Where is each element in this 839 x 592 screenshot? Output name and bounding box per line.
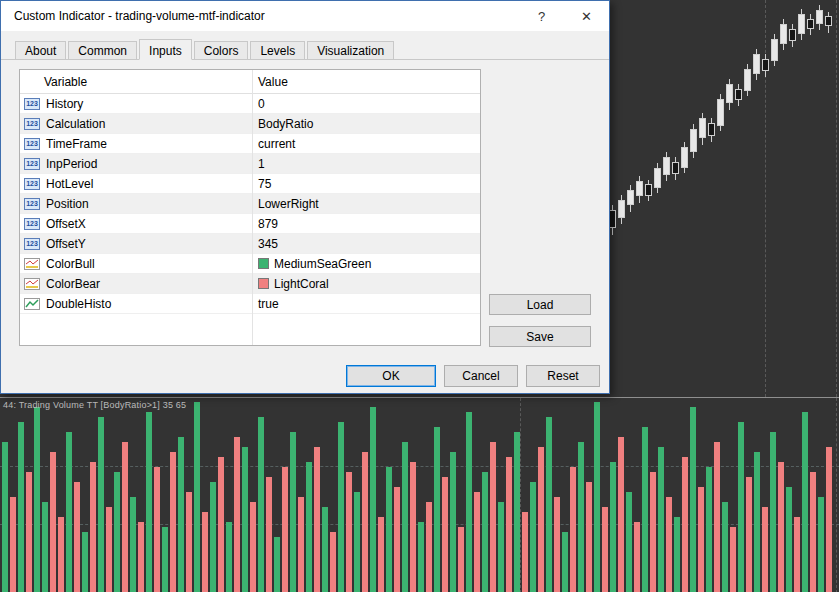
value-text: BodyRatio xyxy=(258,117,313,131)
volume-bar xyxy=(346,472,352,592)
tab-levels[interactable]: Levels xyxy=(250,41,305,60)
volume-bar xyxy=(770,432,776,592)
candle-body xyxy=(699,118,706,138)
value-cell[interactable]: MediumSeaGreen xyxy=(252,257,480,271)
candle-body xyxy=(690,129,697,152)
reset-button[interactable]: Reset xyxy=(526,365,600,387)
volume-bar xyxy=(18,422,24,592)
value-text: MediumSeaGreen xyxy=(274,257,371,271)
volume-bar xyxy=(74,482,80,592)
value-cell[interactable]: 879 xyxy=(252,217,480,231)
numeric-123-icon: 123 xyxy=(24,178,40,190)
table-row[interactable]: ColorBearLightCoral xyxy=(20,274,480,294)
tab-inputs[interactable]: Inputs xyxy=(139,39,192,60)
candle-body xyxy=(618,200,625,218)
volume-bar xyxy=(50,452,56,592)
volume-bar xyxy=(818,497,824,592)
value-text: 0 xyxy=(258,97,265,111)
dialog-titlebar[interactable]: Custom Indicator - trading-volume-mtf-in… xyxy=(1,1,609,31)
volume-bar xyxy=(186,492,192,592)
volume-bar xyxy=(578,442,584,592)
tab-about[interactable]: About xyxy=(15,41,66,60)
volume-bar xyxy=(394,487,400,592)
close-button[interactable]: ✕ xyxy=(564,1,609,31)
volume-bar xyxy=(274,537,280,592)
volume-bar xyxy=(386,467,392,592)
volume-bar xyxy=(810,472,816,592)
volume-bar xyxy=(602,507,608,592)
dialog-tabs: About Common Inputs Colors Levels Visual… xyxy=(15,39,595,60)
volume-bar xyxy=(522,512,528,592)
cancel-button[interactable]: Cancel xyxy=(444,365,518,387)
table-row[interactable]: 123PositionLowerRight xyxy=(20,194,480,214)
volume-bar xyxy=(466,412,472,592)
save-button[interactable]: Save xyxy=(489,326,591,347)
volume-bar xyxy=(234,437,240,592)
volume-bar xyxy=(210,482,216,592)
volume-bar xyxy=(594,402,600,592)
tab-colors[interactable]: Colors xyxy=(194,41,249,60)
value-cell[interactable]: BodyRatio xyxy=(252,117,480,131)
volume-bar xyxy=(562,532,568,592)
table-row[interactable]: 123InpPeriod1 xyxy=(20,154,480,174)
table-row[interactable]: 123CalculationBodyRatio xyxy=(20,114,480,134)
tab-common[interactable]: Common xyxy=(68,41,137,60)
table-row[interactable]: 123HotLevel75 xyxy=(20,174,480,194)
help-button[interactable]: ? xyxy=(519,1,564,31)
table-row[interactable]: 123TimeFramecurrent xyxy=(20,134,480,154)
load-button[interactable]: Load xyxy=(489,294,591,315)
volume-bar xyxy=(306,462,312,592)
value-cell[interactable]: true xyxy=(252,297,480,311)
tab-visualization[interactable]: Visualization xyxy=(307,41,394,60)
candle-body xyxy=(672,162,679,174)
variable-name: Position xyxy=(46,197,89,211)
ok-button[interactable]: OK xyxy=(346,365,436,387)
value-cell[interactable]: LowerRight xyxy=(252,197,480,211)
value-cell[interactable]: 345 xyxy=(252,237,480,251)
volume-bar xyxy=(146,412,152,592)
volume-bar xyxy=(162,527,168,592)
table-row[interactable]: ColorBullMediumSeaGreen xyxy=(20,254,480,274)
value-cell[interactable]: 75 xyxy=(252,177,480,191)
volume-bar xyxy=(42,502,48,592)
volume-bar xyxy=(610,462,616,592)
volume-bar xyxy=(650,472,656,592)
table-row[interactable]: 123OffsetX879 xyxy=(20,214,480,234)
volume-bar xyxy=(194,402,200,592)
volume-bar xyxy=(762,507,768,592)
volume-bar xyxy=(426,502,432,592)
volume-bar xyxy=(682,457,688,592)
candle-body xyxy=(708,123,715,136)
volume-bar xyxy=(482,472,488,592)
histogram-icon xyxy=(24,298,40,310)
volume-bar xyxy=(338,422,344,592)
table-row[interactable]: 123History0 xyxy=(20,94,480,114)
volume-bar xyxy=(666,497,672,592)
value-cell[interactable]: current xyxy=(252,137,480,151)
volume-bar xyxy=(530,482,536,592)
numeric-123-icon: 123 xyxy=(24,158,40,170)
volume-bar xyxy=(674,517,680,592)
color-swatch xyxy=(258,278,269,289)
table-row[interactable]: 123OffsetY345 xyxy=(20,234,480,254)
volume-bar xyxy=(458,527,464,592)
table-header: Variable Value xyxy=(20,70,480,94)
value-cell[interactable]: 0 xyxy=(252,97,480,111)
volume-bar xyxy=(442,477,448,592)
candle-body xyxy=(816,10,823,24)
value-text: LightCoral xyxy=(274,277,329,291)
volume-bar xyxy=(90,462,96,592)
table-row[interactable]: DoubleHistotrue xyxy=(20,294,480,314)
candle-body xyxy=(717,99,724,126)
column-header-value: Value xyxy=(252,75,480,89)
value-cell[interactable]: LightCoral xyxy=(252,277,480,291)
volume-bar xyxy=(98,417,104,592)
column-header-variable: Variable xyxy=(20,75,252,89)
volume-bar xyxy=(402,442,408,592)
value-cell[interactable]: 1 xyxy=(252,157,480,171)
value-text: 345 xyxy=(258,237,278,251)
volume-bar xyxy=(82,532,88,592)
volume-bar xyxy=(626,492,632,592)
variable-name: ColorBull xyxy=(46,257,95,271)
candle-body xyxy=(798,14,805,34)
